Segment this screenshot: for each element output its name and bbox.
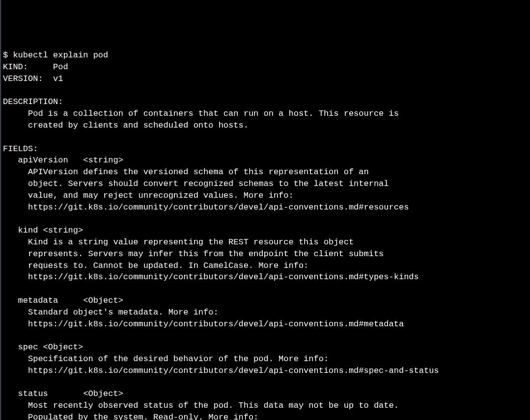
field-metadata-desc: Standard object's metadata. More info: xyxy=(3,308,219,317)
field-apiversion-desc: value, and may reject unrecognized value… xyxy=(3,191,294,200)
field-kind-name: kind <string> xyxy=(3,226,83,235)
field-apiversion-name: apiVersion <string> xyxy=(3,156,123,165)
field-status-desc: Most recently observed status of the pod… xyxy=(3,401,399,410)
field-metadata-name: metadata <Object> xyxy=(3,296,123,305)
field-apiversion-desc: APIVersion defines the versioned schema … xyxy=(3,167,369,177)
field-kind-desc: Kind is a string value representing the … xyxy=(3,237,354,247)
field-apiversion-desc: object. Servers should convert recognize… xyxy=(3,179,389,188)
version-line: VERSION: v1 xyxy=(3,74,63,83)
description-header: DESCRIPTION: xyxy=(3,97,63,106)
fields-header: FIELDS: xyxy=(3,144,38,154)
field-metadata-link: https://git.k8s.io/community/contributor… xyxy=(3,319,404,329)
description-line: created by clients and scheduled onto ho… xyxy=(3,121,249,130)
field-apiversion-link: https://git.k8s.io/community/contributor… xyxy=(3,203,409,212)
prompt-symbol: $ xyxy=(3,51,13,60)
field-kind-link: https://git.k8s.io/community/contributor… xyxy=(3,272,419,282)
field-kind-desc: requests to. Cannot be updated. In Camel… xyxy=(3,261,308,270)
field-status-desc: Populated by the system. Read-only. More… xyxy=(3,413,258,420)
field-spec-link: https://git.k8s.io/community/contributor… xyxy=(3,366,439,375)
field-spec-name: spec <Object> xyxy=(3,342,83,352)
description-line: Pod is a collection of containers that c… xyxy=(3,109,399,118)
field-spec-desc: Specification of the desired behavior of… xyxy=(3,354,329,364)
terminal-output[interactable]: $ kubectl explain pod KIND: Pod VERSION:… xyxy=(3,50,528,420)
kind-line: KIND: Pod xyxy=(3,62,68,72)
field-status-name: status <Object> xyxy=(3,389,123,398)
command-text: kubectl explain pod xyxy=(13,51,108,60)
field-kind-desc: represents. Servers may infer this from … xyxy=(3,249,384,259)
